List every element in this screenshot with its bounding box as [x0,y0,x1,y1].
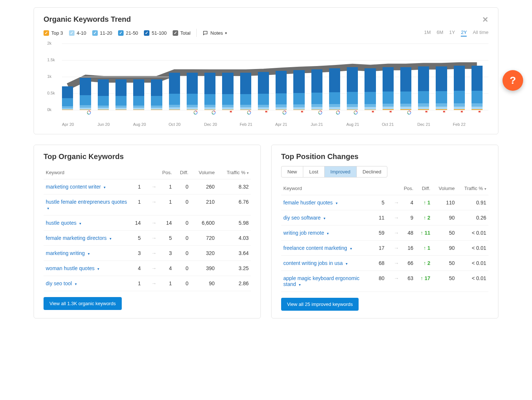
keyword-link[interactable]: freelance content marketing ▾ [283,245,352,251]
keyword-link[interactable]: content writing jobs in usa ▾ [283,260,348,266]
legend-top3[interactable]: ✓Top 3 [44,30,63,36]
table-row: female marketing directors ▾5→507204.03 [44,231,251,246]
keyword-link[interactable]: female hustler quotes ▾ [283,200,338,206]
bar-col[interactable] [80,44,91,110]
arrow-right-icon: → [149,199,159,205]
arrow-right-icon: → [149,280,159,286]
keyword-link[interactable]: marketing content writer ▾ [46,184,106,190]
tab-lost[interactable]: Lost [303,166,325,177]
table-row: hustle female entrepreneurs quotes ▾1→10… [44,194,251,215]
arrow-up-icon: ↑ [424,200,426,206]
keyword-link[interactable]: woman hustle quotes ▾ [46,265,99,271]
trend-card: ✕ Organic Keywords Trend ✓Top 3 ✓4-10 ✓1… [34,7,498,134]
table-row: hustle quotes ▾14→1406,6005.98 [44,215,251,231]
bar-col[interactable] [115,44,127,110]
bar-col[interactable] [418,44,429,110]
col-vol[interactable]: Volume [191,166,217,179]
changes-tabs: New Lost Improved Declined [281,166,387,177]
tab-declined[interactable]: Declined [357,166,387,177]
organic-keywords-card: Top Organic Keywords Keyword Pos. Diff. … [34,145,261,318]
keyword-link[interactable]: apple magic keyboard ergonomic stand ▾ [283,275,359,287]
table-row: marketing content writer ▾1→102608.32 [44,179,251,194]
col-traffic[interactable]: Traffic %▾ [457,182,488,195]
table-row: diy seo software ▾11→9↑ 2900.26 [281,210,488,225]
bar-col[interactable] [311,44,322,110]
col-diff[interactable]: Diff. [415,182,432,195]
view-all-organic-button[interactable]: View all 1.3K organic keywords [44,297,122,310]
keyword-link[interactable]: diy seo software ▾ [283,215,325,221]
range-1m[interactable]: 1M [424,30,431,37]
position-changes-card: Top Position Changes New Lost Improved D… [271,145,498,318]
bar-col[interactable] [347,44,358,110]
table-row: apple magic keyboard ergonomic stand ▾80… [281,271,488,292]
keyword-link[interactable]: writing job remote ▾ [283,230,329,236]
range-1y[interactable]: 1Y [449,30,455,37]
col-pos[interactable]: Pos. [374,182,415,195]
bar-col[interactable] [98,44,109,110]
legend-total[interactable]: ✓Total [173,30,190,36]
keyword-link[interactable]: female marketing directors ▾ [46,235,111,241]
bar-col[interactable] [133,44,144,110]
range-2y[interactable]: 2Y [461,30,467,37]
bar-col[interactable] [169,44,180,110]
keyword-link[interactable]: hustle female entrepreneurs quotes ▾ [46,199,127,211]
arrow-up-icon: ↑ [424,260,426,266]
tab-improved[interactable]: Improved [325,166,357,177]
arrow-up-icon: ↑ [421,275,423,281]
table-row: content writing jobs in usa ▾68→66↑ 250<… [281,256,488,271]
arrow-right-icon: → [391,230,401,236]
keyword-link[interactable]: hustle quotes ▾ [46,220,81,226]
legend-21-50[interactable]: ✓21-50 [118,30,138,36]
bar-col[interactable] [62,44,73,110]
bar-col[interactable] [187,44,198,110]
arrow-right-icon: → [149,184,159,190]
col-vol[interactable]: Volume [432,182,457,195]
bar-col[interactable] [383,44,394,110]
range-6m[interactable]: 6M [437,30,443,37]
chart: 0k0.5k1k1.5k2k Apr 20Jun 20Aug 20Oct 20D… [44,44,488,127]
bar-col[interactable] [258,44,269,110]
bar-col[interactable] [276,44,287,110]
arrow-right-icon: → [391,245,401,251]
legend-51-100[interactable]: ✓51-100 [144,30,166,36]
arrow-right-icon: → [391,200,401,206]
arrow-right-icon: → [391,260,401,266]
col-keyword[interactable]: Keyword [281,182,374,195]
bar-col[interactable] [240,44,251,110]
notes-dropdown[interactable]: Notes ▾ [203,30,227,36]
legend-11-20[interactable]: ✓11-20 [92,30,112,36]
bar-col[interactable] [471,44,483,110]
table-row: woman hustle quotes ▾4→403903.25 [44,261,251,276]
divider [196,29,197,37]
arrow-right-icon: → [149,220,159,226]
changes-title: Top Position Changes [281,152,488,161]
trend-title: Organic Keywords Trend [44,15,488,24]
table-row: diy seo tool ▾1→10902.86 [44,276,251,291]
col-keyword[interactable]: Keyword [44,166,130,179]
view-all-improved-button[interactable]: View all 25 improved keywords [281,298,359,311]
bar-col[interactable] [454,44,465,110]
bar-col[interactable] [365,44,376,110]
col-diff[interactable]: Diff. [174,166,191,179]
col-pos[interactable]: Pos. [130,166,174,179]
bar-col[interactable] [436,44,447,110]
bar-col[interactable] [329,44,340,110]
bar-col[interactable] [222,44,233,110]
arrow-right-icon: → [149,250,159,256]
bar-col[interactable] [151,44,162,110]
tab-new[interactable]: New [281,166,303,177]
bar-col[interactable] [293,44,304,110]
arrow-up-icon: ↑ [421,230,423,236]
trend-toolbar: ✓Top 3 ✓4-10 ✓11-20 ✓21-50 ✓51-100 ✓Tota… [44,29,488,37]
close-icon[interactable]: ✕ [482,15,488,24]
bar-col[interactable] [204,44,215,110]
bar-col[interactable] [400,44,411,110]
keyword-link[interactable]: diy seo tool ▾ [46,280,77,286]
legend-4-10[interactable]: ✓4-10 [69,30,86,36]
keyword-link[interactable]: marketing writing ▾ [46,250,90,256]
organic-table: Keyword Pos. Diff. Volume Traffic %▾ mar… [44,166,251,291]
help-button[interactable]: ? [502,70,523,91]
col-traffic[interactable]: Traffic %▾ [217,166,251,179]
range-all[interactable]: All time [473,30,488,37]
arrow-right-icon: → [391,275,401,281]
